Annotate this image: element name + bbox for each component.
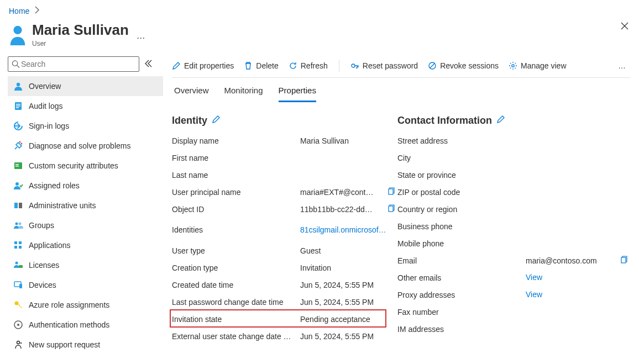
search-icon <box>12 60 20 68</box>
svg-rect-12 <box>19 203 22 208</box>
sidebar-item-azure-role[interactable]: Azure role assignments <box>8 295 163 315</box>
sidebar-item-label: Applications <box>29 241 71 250</box>
field-biz-phone: Business phone <box>397 218 630 235</box>
toolbar-label: Manage view <box>521 61 567 70</box>
field-ext-change: External user state change date …Jun 5, … <box>172 328 397 345</box>
sidebar-item-assigned-roles[interactable]: Assigned roles <box>8 176 163 196</box>
toolbar-label: Reset password <box>363 61 418 70</box>
search-input[interactable] <box>20 59 135 69</box>
svg-rect-31 <box>389 189 393 194</box>
svg-point-30 <box>512 65 514 67</box>
collapse-sidebar-button[interactable] <box>144 59 153 70</box>
identities-link[interactable]: 81csilgmail.onmicrosoft.com <box>300 225 386 235</box>
svg-point-13 <box>15 223 18 225</box>
svg-rect-8 <box>15 164 19 165</box>
toolbar-more-button[interactable]: … <box>615 61 630 70</box>
field-creation-type: Creation typeInvitation <box>172 259 397 276</box>
more-button[interactable]: … <box>137 31 146 41</box>
edit-identity-button[interactable] <box>212 115 221 126</box>
admin-units-icon <box>13 201 23 210</box>
tabs: Overview Monitoring Properties <box>172 78 630 102</box>
view-proxy-link[interactable]: View <box>526 289 619 300</box>
search-box[interactable] <box>8 56 139 72</box>
field-mobile: Mobile phone <box>397 235 630 252</box>
copy-upn-button[interactable] <box>386 187 397 197</box>
svg-rect-16 <box>19 241 22 244</box>
sidebar-item-label: Licenses <box>29 261 59 270</box>
toolbar-label: Revoke sessions <box>440 61 499 70</box>
sidebar-item-label: Overview <box>29 82 61 91</box>
sidebar-item-label: Sign-in logs <box>29 122 69 130</box>
support-icon <box>13 340 23 350</box>
sidebar-item-applications[interactable]: Applications <box>8 235 163 255</box>
svg-point-1 <box>12 61 17 66</box>
close-button[interactable] <box>620 22 629 32</box>
svg-rect-5 <box>16 105 20 107</box>
field-country: Country or region <box>397 201 630 218</box>
sidebar-item-label: Devices <box>29 281 56 289</box>
chevron-right-icon <box>33 6 41 16</box>
svg-point-19 <box>15 262 18 265</box>
sidebar-item-devices[interactable]: Devices <box>8 275 163 295</box>
sidebar-item-groups[interactable]: Groups <box>8 215 163 235</box>
auth-icon <box>13 320 23 330</box>
license-icon <box>13 260 23 270</box>
tab-monitoring[interactable]: Monitoring <box>224 86 263 102</box>
svg-point-2 <box>17 83 20 86</box>
manage-view-button[interactable]: Manage view <box>509 61 567 70</box>
sidebar-item-label: Assigned roles <box>29 181 80 190</box>
field-im: IM addresses <box>397 320 630 337</box>
page-title: Maria Sullivan <box>32 22 129 39</box>
user-avatar-icon <box>9 24 27 45</box>
copy-email-button[interactable] <box>619 255 630 266</box>
gear-icon <box>509 61 517 70</box>
field-zip: ZIP or postal code <box>397 183 630 201</box>
svg-rect-9 <box>15 166 19 167</box>
revoke-icon <box>428 61 437 70</box>
revoke-sessions-button[interactable]: Revoke sessions <box>428 61 499 70</box>
sidebar-item-auth-methods[interactable]: Authentication methods <box>8 315 163 335</box>
sidebar-item-support[interactable]: New support request <box>8 335 163 355</box>
svg-rect-15 <box>14 241 17 244</box>
sidebar-item-audit-logs[interactable]: Audit logs <box>8 96 163 116</box>
breadcrumb-home[interactable]: Home <box>9 7 29 15</box>
field-display-name: Display nameMaria Sullivan <box>172 132 397 149</box>
toolbar-label: Delete <box>256 61 278 70</box>
identity-section-title: Identity <box>172 115 397 126</box>
refresh-button[interactable]: Refresh <box>289 61 328 70</box>
sidebar-item-label: Groups <box>29 221 54 230</box>
field-first-name: First name <box>172 149 397 166</box>
sidebar-item-signin-logs[interactable]: Sign-in logs <box>8 116 163 136</box>
svg-rect-32 <box>389 206 393 212</box>
sidebar-item-label: Diagnose and solve problems <box>29 141 130 150</box>
sidebar-item-label: Authentication methods <box>29 320 109 329</box>
sidebar-item-licenses[interactable]: Licenses <box>8 255 163 275</box>
edit-properties-button[interactable]: Edit properties <box>172 61 234 70</box>
user-icon <box>13 81 23 91</box>
sidebar-item-label: Audit logs <box>29 102 62 110</box>
groups-icon <box>13 220 23 230</box>
field-street: Street address <box>397 132 630 149</box>
svg-rect-33 <box>621 257 626 263</box>
tab-properties[interactable]: Properties <box>279 86 316 102</box>
tab-overview[interactable]: Overview <box>174 86 209 102</box>
delete-button[interactable]: Delete <box>244 61 278 70</box>
edit-contact-button[interactable] <box>496 115 505 126</box>
toolbar: Edit properties Delete Refresh Reset pas… <box>172 54 630 78</box>
copy-objectid-button[interactable] <box>386 204 397 214</box>
sidebar-item-overview[interactable]: Overview <box>8 76 163 96</box>
content: Edit properties Delete Refresh Reset pas… <box>163 54 639 364</box>
page-header: Maria Sullivan User … <box>0 19 639 54</box>
sidebar-item-diagnose[interactable]: Diagnose and solve problems <box>8 136 163 156</box>
view-other-emails-link[interactable]: View <box>526 272 619 283</box>
devices-icon <box>13 280 23 290</box>
sidebar-item-admin-units[interactable]: Administrative units <box>8 196 163 215</box>
sidebar-item-custom-security[interactable]: Custom security attributes <box>8 156 163 176</box>
svg-rect-17 <box>14 246 17 249</box>
sidebar: Overview Audit logs Sign-in logs Diagnos… <box>0 54 163 364</box>
reset-password-button[interactable]: Reset password <box>350 61 418 70</box>
pencil-icon <box>496 115 505 124</box>
field-email: Emailmaria@contoso.com <box>397 252 630 269</box>
page-subtitle: User <box>32 40 129 48</box>
field-proxy: Proxy addressesView <box>397 286 630 303</box>
